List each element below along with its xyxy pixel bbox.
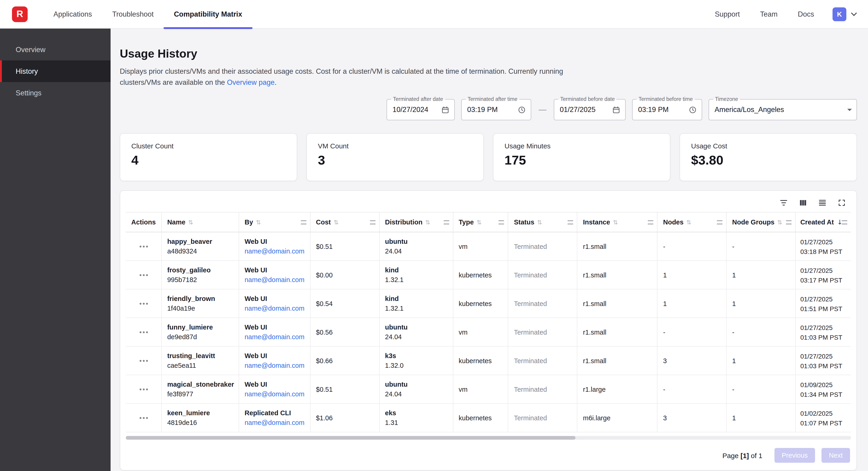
fullscreen-icon[interactable] [837, 198, 846, 207]
dropdown-caret-icon[interactable] [847, 109, 852, 111]
nodes-cell: - [658, 318, 727, 346]
row-more-actions-button[interactable] [140, 413, 149, 422]
sort-icon: ⇅ [686, 219, 691, 226]
sidebar-item-settings[interactable]: Settings [0, 82, 111, 104]
calendar-icon[interactable] [612, 105, 621, 114]
terminated-before-date-field[interactable]: Terminated before date 01/27/2025 [554, 99, 626, 120]
filter-bar: Terminated after date 10/27/2024 Termina… [120, 99, 857, 120]
actions-cell [126, 261, 162, 289]
cluster-name: frosty_galileo [167, 265, 234, 275]
nav-item-troubleshoot[interactable]: Troubleshoot [102, 0, 164, 28]
terminated-after-date-field[interactable]: Terminated after date 10/27/2024 [386, 99, 455, 120]
row-more-actions-button[interactable] [140, 270, 149, 279]
timezone-select[interactable]: Timezone America/Los_Angeles [709, 99, 857, 120]
distribution-version: 1.32.0 [385, 361, 448, 370]
calendar-icon[interactable] [441, 105, 450, 114]
clock-icon[interactable] [688, 105, 697, 114]
column-menu-icon[interactable] [717, 220, 722, 224]
filter-icon[interactable] [779, 198, 788, 207]
column-header-nodes[interactable]: Nodes⇅ [658, 212, 727, 232]
sort-icon: ⇅ [425, 219, 430, 226]
table-row: happy_beavera48d9324 Web UIname@domain.c… [126, 232, 851, 261]
sidebar-item-label: History [16, 67, 38, 75]
previous-page-button[interactable]: Previous [774, 448, 815, 463]
column-label: Type [459, 218, 474, 226]
created-by: Web UI [245, 237, 306, 246]
created-time: 01:34 PM PST [800, 390, 846, 399]
created-by-email-link[interactable]: name@domain.com [245, 361, 306, 370]
created-by-email-link[interactable]: name@domain.com [245, 304, 306, 313]
nav-link-team[interactable]: Team [760, 10, 778, 18]
node-groups-cell: 1 [726, 289, 796, 318]
distribution-name: ubuntu [385, 323, 448, 332]
created-by-email-link[interactable]: name@domain.com [245, 389, 306, 399]
nav-item-applications[interactable]: Applications [43, 0, 102, 28]
clock-icon[interactable] [517, 105, 526, 114]
terminated-before-time-field[interactable]: Terminated before time 03:19 PM [632, 99, 702, 120]
stat-label: Usage Minutes [504, 142, 659, 150]
nav-link-docs[interactable]: Docs [798, 10, 814, 18]
column-header-type[interactable]: Type⇅ [453, 212, 508, 232]
row-more-actions-button[interactable] [140, 385, 149, 394]
created-by-email-link[interactable]: name@domain.com [245, 418, 306, 427]
row-more-actions-button[interactable] [140, 356, 149, 365]
column-header-name[interactable]: Name⇅ [162, 212, 239, 232]
status-cell: Terminated [508, 289, 578, 318]
type-cell: kubernetes [453, 289, 508, 318]
created-time: 01:51 PM PST [800, 304, 846, 313]
column-menu-icon[interactable] [370, 220, 375, 224]
column-menu-icon[interactable] [443, 220, 449, 224]
chevron-down-icon[interactable] [851, 10, 857, 16]
row-more-actions-button[interactable] [140, 299, 149, 308]
created-time: 03:18 PM PST [800, 247, 846, 256]
name-cell: funny_lumierede9ed87d [162, 318, 239, 346]
row-more-actions-button[interactable] [140, 327, 149, 337]
sidebar-item-history[interactable]: History [0, 60, 111, 82]
status-badge: Terminated [514, 271, 572, 278]
column-header-instance[interactable]: Instance⇅ [578, 212, 658, 232]
column-label: Name [167, 218, 185, 226]
created-by-email-link[interactable]: name@domain.com [245, 275, 306, 284]
logo-letter: R [17, 9, 23, 19]
created-by-email-link[interactable]: name@domain.com [245, 246, 306, 256]
column-header-by[interactable]: By⇅ [239, 212, 311, 232]
column-header-status[interactable]: Status⇅ [508, 212, 578, 232]
column-menu-icon[interactable] [648, 220, 654, 224]
next-page-button[interactable]: Next [822, 448, 850, 463]
row-more-actions-button[interactable] [140, 242, 149, 251]
column-header-node-groups[interactable]: Node Groups⇅ [726, 212, 796, 232]
stat-value: 3 [318, 153, 472, 168]
column-menu-icon[interactable] [842, 220, 847, 224]
stat-card-vm-count: VM Count 3 [306, 133, 484, 181]
nav-link-support[interactable]: Support [715, 10, 740, 18]
columns-icon[interactable] [799, 198, 808, 207]
status-cell: Terminated [508, 318, 578, 346]
type-cell: vm [453, 375, 508, 403]
distribution-version: 1.32.1 [385, 275, 448, 284]
nav-item-label: Compatibility Matrix [174, 10, 242, 18]
created-by-email-link[interactable]: name@domain.com [245, 332, 306, 342]
nav-item-compatibility-matrix[interactable]: Compatibility Matrix [164, 0, 252, 28]
table-toolbar [126, 196, 851, 212]
column-header-cost[interactable]: Cost⇅ [310, 212, 379, 232]
sidebar-item-label: Settings [16, 89, 41, 97]
sidebar-item-overview[interactable]: Overview [0, 39, 111, 60]
horizontal-scrollbar-thumb[interactable] [126, 436, 576, 440]
column-menu-icon[interactable] [568, 220, 574, 224]
horizontal-scrollbar-track[interactable] [126, 436, 851, 440]
overview-page-link[interactable]: Overview page [227, 78, 275, 86]
replicated-logo[interactable]: R [12, 6, 28, 22]
terminated-after-time-field[interactable]: Terminated after time 03:19 PM [461, 99, 531, 120]
column-menu-icon[interactable] [499, 220, 504, 224]
column-menu-icon[interactable] [786, 220, 792, 224]
column-header-distribution[interactable]: Distribution⇅ [379, 212, 453, 232]
density-icon[interactable] [818, 198, 827, 207]
column-header-created-at[interactable]: Created At↓ [796, 212, 851, 232]
name-cell: keen_lumiere4819de16 [162, 404, 239, 432]
name-cell: magical_stonebrakerfe3f8977 [162, 375, 239, 403]
user-avatar[interactable]: K [833, 7, 846, 21]
column-menu-icon[interactable] [301, 220, 306, 224]
table-row: magical_stonebrakerfe3f8977 Web UIname@d… [126, 375, 851, 404]
cost-cell: $0.54 [311, 289, 380, 318]
distribution-cell: kind1.32.1 [379, 289, 453, 318]
